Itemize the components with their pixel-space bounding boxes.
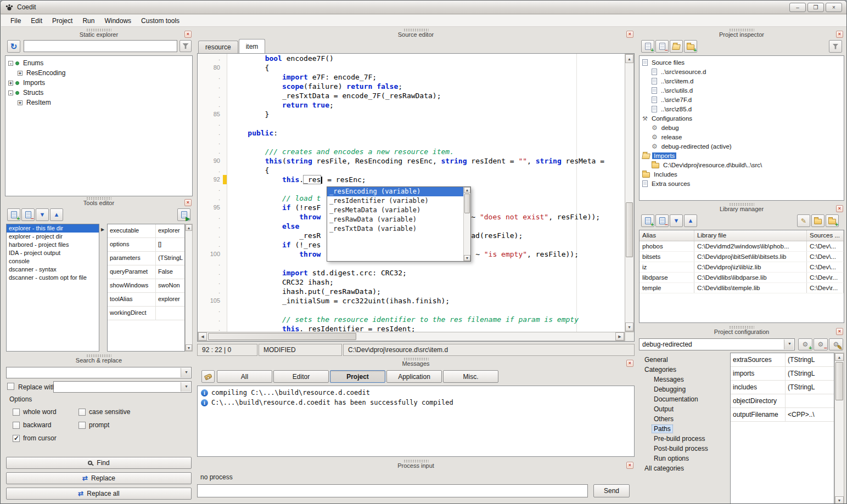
tree-item[interactable]: Source files (640, 58, 844, 67)
scroll-down-button[interactable]: ▼ (625, 322, 633, 331)
scroll-left-button[interactable]: ◀ (198, 332, 207, 341)
tree-item[interactable]: -Structs (5, 88, 192, 98)
remove-file-button[interactable]: − (655, 40, 669, 53)
code-line[interactable]: . public: (198, 128, 625, 138)
open-folder-button[interactable] (670, 40, 683, 53)
menu-file[interactable]: File (5, 15, 26, 26)
minimize-button[interactable]: – (789, 3, 806, 12)
replace-term-combo[interactable] (53, 381, 192, 393)
property-row[interactable]: toolAliasexplorer (108, 293, 184, 307)
remove-library-button[interactable]: − (655, 214, 669, 227)
code-line[interactable]: . (198, 138, 625, 147)
tool-item[interactable]: console (7, 257, 99, 265)
code-line[interactable]: . scope(failure) return false; (198, 82, 625, 91)
code-line[interactable]: . ihash.put(_resRawData); (198, 287, 625, 296)
tree-item[interactable]: Paths (640, 424, 728, 434)
add-folder-button[interactable]: + (684, 40, 697, 53)
clone-configuration-button[interactable] (829, 338, 843, 350)
filter-project-button[interactable]: Project (330, 370, 385, 383)
tree-item[interactable]: +ResEncoding (5, 68, 192, 78)
tree-item[interactable]: ..\src\resource.d (640, 67, 844, 76)
static-explorer-header[interactable]: Static explorer (5, 28, 193, 39)
send-button[interactable]: Send (593, 484, 630, 497)
menu-edit[interactable]: Edit (26, 15, 47, 26)
scroll-up-button[interactable]: ▲ (186, 224, 192, 231)
execute-tool-button[interactable] (177, 208, 190, 221)
menu-project[interactable]: Project (47, 15, 77, 26)
code-line[interactable]: . CRC32 ihash; (198, 278, 625, 287)
property-value[interactable]: explorer (156, 224, 184, 237)
property-row[interactable]: includes(TStringL (731, 381, 834, 394)
add-tool-button[interactable]: + (7, 208, 20, 221)
expand-grid-button[interactable]: ▶ (101, 227, 104, 232)
option-row[interactable]: from cursor (13, 432, 57, 445)
collapse-icon[interactable]: - (8, 90, 13, 95)
close-static-explorer-button[interactable] (184, 31, 192, 38)
search-replace-header[interactable]: Search & replace (5, 354, 193, 365)
code-line[interactable]: . bool encodee7F() (198, 54, 625, 63)
library-row[interactable]: phobosC:\Dev\dmd2\windows\lib\phob...C:\… (640, 241, 844, 252)
tree-item[interactable]: General (640, 355, 728, 365)
code-line[interactable]: . return true; (198, 100, 625, 110)
filter-editor-button[interactable]: Editor (273, 370, 329, 383)
property-value[interactable]: (TStringL (156, 252, 184, 265)
titlebar[interactable]: Coedit – ❐ × (1, 1, 846, 14)
code-line[interactable]: . (198, 305, 625, 315)
completion-item[interactable]: _resRawData (variable) (327, 215, 463, 224)
property-row[interactable]: options[] (108, 238, 184, 252)
tree-item[interactable]: ..\src\e7F.d (640, 95, 844, 104)
scroll-up-button[interactable]: ▲ (625, 54, 633, 63)
tree-item[interactable]: Configurations (640, 114, 844, 123)
filter-button[interactable] (829, 40, 842, 53)
source-editor-header[interactable]: Source editor (197, 28, 635, 39)
property-row[interactable]: objectDirectory (731, 394, 834, 408)
add-library-folder-button[interactable]: + (826, 214, 839, 227)
menu-custom-tools[interactable]: Custom tools (136, 15, 184, 26)
close-tools-editor-button[interactable] (184, 199, 192, 206)
message-row[interactable]: C:\...\build\resource.d.coedit has been … (198, 398, 634, 407)
property-row[interactable]: executableexplorer (108, 224, 184, 238)
scroll-right-button[interactable]: ▶ (615, 332, 624, 341)
project-inspector-header[interactable]: Project inspector (639, 28, 844, 39)
tree-item[interactable]: Output (640, 404, 728, 414)
scroll-thumb[interactable] (464, 194, 470, 213)
close-process-input-button[interactable] (626, 462, 633, 469)
close-button[interactable]: × (826, 3, 842, 12)
scroll-thumb[interactable] (208, 333, 356, 340)
checkbox[interactable] (78, 422, 86, 429)
tree-item[interactable]: Imports (640, 151, 844, 160)
property-value[interactable]: (TStringL (786, 367, 834, 380)
code-line[interactable]: . { (198, 166, 625, 175)
code-line[interactable]: . // sets the resource identifier to the… (198, 315, 625, 324)
property-row[interactable]: workingDirect (108, 307, 184, 320)
message-row[interactable]: compiling C:\...\build\resource.d.coedit (198, 388, 634, 398)
scroll-thumb[interactable] (626, 202, 633, 257)
code-line[interactable]: . import e7F: encode_7F; (198, 72, 625, 82)
option-row[interactable]: backward (13, 418, 57, 432)
tree-item[interactable]: ..\src\z85.d (640, 104, 844, 114)
property-row[interactable]: outputFilename<CPP>..\ (731, 408, 834, 422)
property-row[interactable]: imports(TStringL (731, 367, 834, 381)
option-row[interactable]: case sensitive (78, 405, 130, 418)
scroll-down-button[interactable]: ▼ (464, 255, 470, 261)
library-row[interactable]: bitsetsC:\Dev\dproj\bitSet\lib\bitsets.l… (640, 252, 844, 262)
move-tool-down-button[interactable] (36, 208, 49, 221)
completion-item[interactable]: _resTxtData (variable) (327, 224, 463, 234)
library-manager-header[interactable]: Library manager (639, 202, 844, 213)
move-library-down-button[interactable] (670, 214, 683, 227)
option-row[interactable]: prompt (78, 418, 130, 432)
tree-item[interactable]: Run options (640, 454, 728, 463)
scroll-up-button[interactable]: ▲ (835, 353, 844, 361)
collapse-icon[interactable]: - (8, 61, 13, 66)
tool-item[interactable]: IDA - project output (7, 249, 99, 257)
completion-item[interactable]: _resEncoding (variable) (327, 187, 463, 196)
expand-icon[interactable]: + (18, 71, 23, 76)
project-configuration-header[interactable]: Project configuration (639, 325, 844, 336)
library-row[interactable]: izC:\Dev\dproj\iz\lib\iz.libC:\Dev\... (640, 262, 844, 273)
code-line[interactable]: . this._resIdentifier = resIdent; (198, 324, 625, 332)
process-input-field[interactable] (197, 484, 588, 497)
tree-item[interactable]: Post-build process (640, 444, 728, 454)
configuration-combo[interactable]: debug-redirected (639, 338, 795, 350)
move-tool-up-button[interactable] (50, 208, 63, 221)
property-value[interactable]: False (156, 265, 184, 279)
